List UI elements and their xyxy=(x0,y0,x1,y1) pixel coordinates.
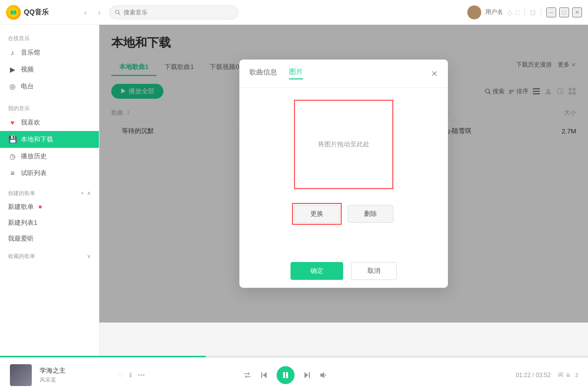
main-area: 在线音乐 ♪ 音乐馆 ▶ 视频 ◎ 电台 我的音乐 ♥ 我喜欢 💾 本地和下载 xyxy=(0,25,588,357)
sidebar: 在线音乐 ♪ 音乐馆 ▶ 视频 ◎ 电台 我的音乐 ♥ 我喜欢 💾 本地和下载 xyxy=(0,25,99,357)
sidebar-item-video[interactable]: ▶ 视频 xyxy=(0,61,99,78)
forward-button[interactable]: › xyxy=(93,6,105,18)
prev-button[interactable] xyxy=(260,371,269,380)
heart-icon: ♥ xyxy=(8,119,17,127)
username: 用户名 xyxy=(485,8,503,16)
svg-point-3 xyxy=(116,10,119,13)
app-name: QQ音乐 xyxy=(24,8,49,17)
app-logo-icon xyxy=(6,5,21,20)
player-controls xyxy=(243,366,328,384)
progress-fill xyxy=(0,356,206,357)
playlist-label-new: 新建歌单 xyxy=(8,202,34,211)
modal-body: 将图片拖动至此处 更换 删除 xyxy=(239,88,448,254)
sidebar-item-trial-list[interactable]: ≡ 试听列表 xyxy=(0,165,99,182)
svg-rect-26 xyxy=(309,372,310,378)
next-button[interactable] xyxy=(302,371,311,380)
add-playlist-icon[interactable]: + xyxy=(81,190,84,196)
drop-area-text: 将图片拖动至此处 xyxy=(318,140,369,149)
modal-tab-info[interactable]: 歌曲信息 xyxy=(249,68,277,79)
time-display: 01:22 / 03:52 xyxy=(516,372,551,379)
titlebar: QQ音乐 ‹ › 用户名 ◇ □ ⊡ ─ □ ✕ xyxy=(0,0,588,25)
sidebar-item-history[interactable]: ◷ 播放历史 xyxy=(0,148,99,165)
lyric-button[interactable]: 词 xyxy=(558,371,563,379)
created-playlists-section: 创建的歌单 + ∧ 新建歌单 新建列表1 我最爱听 xyxy=(0,188,99,247)
change-btn-wrapper: 更换 xyxy=(294,205,340,223)
sidebar-label-music-hall: 音乐馆 xyxy=(21,48,40,57)
track-download-icon[interactable]: ⬇ xyxy=(128,371,134,379)
playlist-count[interactable]: 3 xyxy=(575,372,578,378)
collapse-collected-icon[interactable]: ∨ xyxy=(87,253,91,260)
svg-rect-24 xyxy=(286,372,288,378)
playlist-label-favorites: 我最爱听 xyxy=(8,234,34,243)
modal-overlay: 歌曲信息 图片 ✕ 将图片拖动至此处 更换 删除 xyxy=(99,25,588,323)
modal-header: 歌曲信息 图片 ✕ xyxy=(239,60,448,88)
titlebar-action-icons: ◇ □ ⊡ ─ □ ✕ xyxy=(507,7,582,17)
playlist-item-list1[interactable]: 新建列表1 xyxy=(0,215,99,231)
titlebar-divider1 xyxy=(524,9,525,16)
modal-footer: 确定 取消 xyxy=(239,254,448,288)
back-button[interactable]: ‹ xyxy=(79,6,91,18)
repeat-button[interactable] xyxy=(243,371,252,380)
minimize-button[interactable]: ─ xyxy=(546,7,556,17)
next-icon xyxy=(302,371,311,380)
content-area: 本地和下载 本地歌曲1 下载歌曲1 下载视频0 下不下载0 xyxy=(99,25,588,357)
maximize-button[interactable]: □ xyxy=(559,7,569,17)
play-pause-button[interactable] xyxy=(277,366,294,384)
created-section-label: 创建的歌单 xyxy=(8,190,35,197)
screen-icon: ⊡ xyxy=(530,8,536,16)
track-more-icon[interactable]: ••• xyxy=(138,371,145,379)
modal-button-row: 更换 删除 xyxy=(294,205,393,223)
collapse-playlist-icon[interactable]: ∧ xyxy=(87,190,91,196)
titlebar-divider2 xyxy=(541,9,541,16)
created-section-header: 创建的歌单 + ∧ xyxy=(0,188,99,199)
repeat-icon xyxy=(243,371,252,380)
close-button[interactable]: ✕ xyxy=(572,7,582,17)
collected-section-label: 收藏的歌单 xyxy=(8,253,35,260)
svg-marker-21 xyxy=(263,372,267,378)
playlist-actions: + ∧ xyxy=(81,190,91,196)
image-drop-area[interactable]: 将图片拖动至此处 xyxy=(294,100,393,189)
cancel-button[interactable]: 取消 xyxy=(351,262,397,280)
search-bar[interactable] xyxy=(109,5,238,19)
gift-icon: □ xyxy=(515,8,519,16)
playlist-item-favorites[interactable]: 我最爱听 xyxy=(0,231,99,247)
svg-rect-22 xyxy=(261,372,262,378)
radio-icon: ◎ xyxy=(8,82,17,90)
sidebar-item-local-download[interactable]: 💾 本地和下载 xyxy=(0,131,99,148)
delete-picture-button[interactable]: 删除 xyxy=(348,205,393,223)
track-artist: 风采鸾 xyxy=(40,376,109,384)
svg-marker-27 xyxy=(320,372,324,378)
svg-rect-23 xyxy=(283,372,285,378)
progress-bar-area[interactable] xyxy=(0,356,588,357)
sidebar-item-favorites[interactable]: ♥ 我喜欢 xyxy=(0,114,99,131)
volume-button[interactable] xyxy=(319,371,328,380)
sidebar-label-favorites: 我喜欢 xyxy=(21,118,40,127)
sidebar-label-radio: 电台 xyxy=(21,82,34,91)
history-icon: ◷ xyxy=(8,152,17,160)
video-icon: ▶ xyxy=(8,65,17,73)
titlebar-right: 用户名 ◇ □ ⊡ ─ □ ✕ xyxy=(467,5,582,19)
svg-point-1 xyxy=(10,10,13,14)
sidebar-label-history: 播放历史 xyxy=(21,152,47,161)
confirm-button[interactable]: 确定 xyxy=(291,262,343,280)
track-heart-icon[interactable]: ♡ xyxy=(117,371,124,379)
trial-icon: ≡ xyxy=(8,169,17,177)
local-icon: 💾 xyxy=(8,135,17,143)
search-input[interactable] xyxy=(124,9,233,16)
playlist-icon[interactable]: ≡ xyxy=(566,371,570,379)
search-icon xyxy=(115,9,121,15)
sidebar-item-radio[interactable]: ◎ 电台 xyxy=(0,78,99,95)
new-playlist-dot xyxy=(39,205,42,208)
modal-close-button[interactable]: ✕ xyxy=(428,67,440,79)
player-right: 01:22 / 03:52 词 ≡ 3 xyxy=(516,371,578,379)
sidebar-item-music-hall[interactable]: ♪ 音乐馆 xyxy=(0,44,99,61)
sidebar-label-local-download: 本地和下载 xyxy=(21,135,53,144)
svg-line-4 xyxy=(119,13,120,15)
change-picture-button[interactable]: 更换 xyxy=(294,205,340,223)
playlist-item-new[interactable]: 新建歌单 xyxy=(0,199,99,215)
track-action-icons: ♡ ⬇ ••• xyxy=(117,371,145,379)
track-name: 学海之主 xyxy=(40,366,109,375)
pause-icon xyxy=(282,371,290,379)
modal-tab-picture[interactable]: 图片 xyxy=(289,67,303,79)
my-music-section-label: 我的音乐 xyxy=(0,101,99,114)
